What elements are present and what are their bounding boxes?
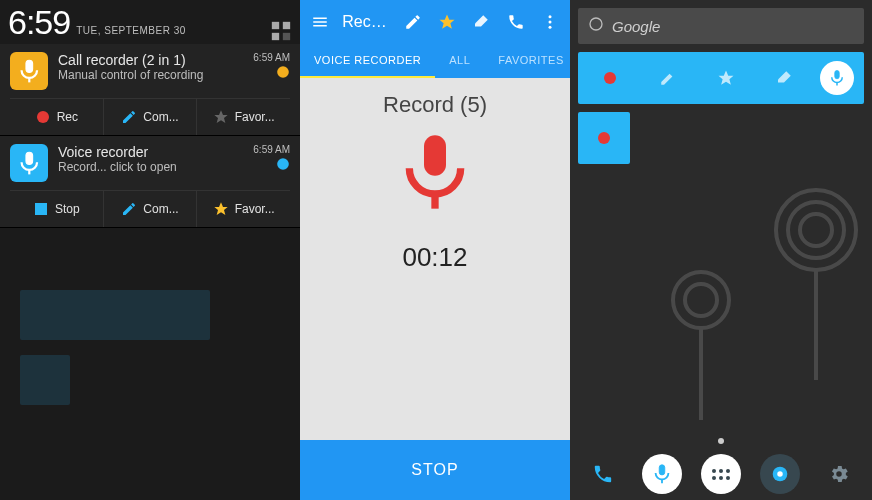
eraser-icon[interactable] <box>467 6 495 38</box>
quick-settings-icon[interactable] <box>270 20 292 42</box>
record-icon[interactable] <box>588 56 632 100</box>
svg-rect-10 <box>313 18 327 20</box>
favorite-icon[interactable] <box>433 6 461 38</box>
tab-bar: VOICE RECORDER ALL FAVORITES <box>300 44 570 78</box>
svg-point-8 <box>277 158 289 170</box>
app-bar: Recor... VOICE RECORDER A <box>300 0 570 78</box>
mic-icon[interactable] <box>642 454 682 494</box>
pencil-icon <box>121 201 137 217</box>
svg-rect-2 <box>272 22 279 29</box>
notification-card[interactable]: Voice recorder Record... click to open 6… <box>0 136 300 228</box>
star-icon[interactable] <box>704 56 748 100</box>
search-placeholder: Google <box>612 18 660 35</box>
notification-time: 6:59 AM <box>253 52 290 63</box>
svg-point-16 <box>548 26 551 29</box>
app-badge-icon <box>276 65 290 79</box>
star-icon <box>213 109 229 125</box>
recording-title: Record (5) <box>383 92 487 118</box>
google-search-bar[interactable]: Google <box>578 8 864 44</box>
status-bar: 6:59 TUE, SEPTEMBER 30 <box>0 0 300 44</box>
svg-marker-13 <box>440 15 455 29</box>
notification-subtitle: Record... click to open <box>58 160 243 174</box>
tab-favorites[interactable]: FAVORITES <box>484 44 570 78</box>
dock <box>570 448 872 500</box>
recorder-widget-small[interactable] <box>578 112 630 164</box>
phone-icon[interactable] <box>502 6 530 38</box>
svg-rect-3 <box>283 22 290 29</box>
notification-title: Call recorder (2 in 1) <box>58 52 243 68</box>
settings-icon[interactable] <box>819 454 859 494</box>
recording-timer: 00:12 <box>402 242 467 273</box>
eraser-icon[interactable] <box>762 56 806 100</box>
overflow-icon[interactable] <box>536 6 564 38</box>
background-peek <box>0 260 300 500</box>
action-comment[interactable]: Com... <box>104 99 198 135</box>
star-icon <box>213 201 229 217</box>
app-title: Recor... <box>342 13 391 31</box>
svg-marker-7 <box>214 110 227 123</box>
stop-icon <box>33 201 49 217</box>
action-favorite[interactable]: Favor... <box>197 191 290 227</box>
svg-rect-5 <box>283 33 290 40</box>
svg-marker-27 <box>719 71 734 85</box>
page-indicator <box>718 438 724 444</box>
svg-point-29 <box>777 471 783 477</box>
svg-point-26 <box>590 18 602 30</box>
svg-point-15 <box>548 21 551 24</box>
notification-time: 6:59 AM <box>253 144 290 155</box>
svg-rect-4 <box>272 33 279 40</box>
mic-icon[interactable] <box>391 128 479 220</box>
mic-icon <box>10 52 48 90</box>
app-badge-icon <box>276 157 290 171</box>
action-comment[interactable]: Com... <box>104 191 198 227</box>
record-icon <box>35 109 51 125</box>
tab-all[interactable]: ALL <box>435 44 484 78</box>
record-icon <box>598 132 610 144</box>
tab-voice-recorder[interactable]: VOICE RECORDER <box>300 44 435 78</box>
svg-point-24 <box>685 284 717 316</box>
pencil-icon[interactable] <box>399 6 427 38</box>
svg-rect-17 <box>424 135 446 175</box>
pencil-icon[interactable] <box>646 56 690 100</box>
action-favorite[interactable]: Favor... <box>197 99 290 135</box>
svg-point-6 <box>277 66 289 78</box>
app-drawer-icon[interactable] <box>701 454 741 494</box>
mic-icon[interactable] <box>820 61 854 95</box>
notification-subtitle: Manual control of recording <box>58 68 243 82</box>
home-screen: Google <box>570 0 872 500</box>
camera-icon[interactable] <box>760 454 800 494</box>
svg-point-20 <box>788 202 844 258</box>
status-date: TUE, SEPTEMBER 30 <box>76 25 186 36</box>
svg-rect-11 <box>313 21 327 23</box>
svg-marker-9 <box>214 202 227 215</box>
action-stop[interactable]: Stop <box>10 191 104 227</box>
stop-button[interactable]: STOP <box>300 440 570 500</box>
status-clock: 6:59 <box>8 3 70 42</box>
notification-card[interactable]: Call recorder (2 in 1) Manual control of… <box>0 44 300 136</box>
svg-point-14 <box>548 15 551 18</box>
notification-drawer: 6:59 TUE, SEPTEMBER 30 Call recorder (2 … <box>0 0 300 500</box>
svg-rect-12 <box>313 25 327 27</box>
pencil-icon <box>121 109 137 125</box>
svg-point-21 <box>800 214 832 246</box>
phone-icon[interactable] <box>583 454 623 494</box>
svg-point-23 <box>673 272 729 328</box>
mic-icon <box>10 144 48 182</box>
menu-icon[interactable] <box>306 6 334 38</box>
notification-title: Voice recorder <box>58 144 243 160</box>
app-voice-recorder: Recor... VOICE RECORDER A <box>300 0 570 500</box>
recorder-widget[interactable] <box>578 52 864 104</box>
google-logo-icon <box>588 16 604 36</box>
action-record[interactable]: Rec <box>10 99 104 135</box>
